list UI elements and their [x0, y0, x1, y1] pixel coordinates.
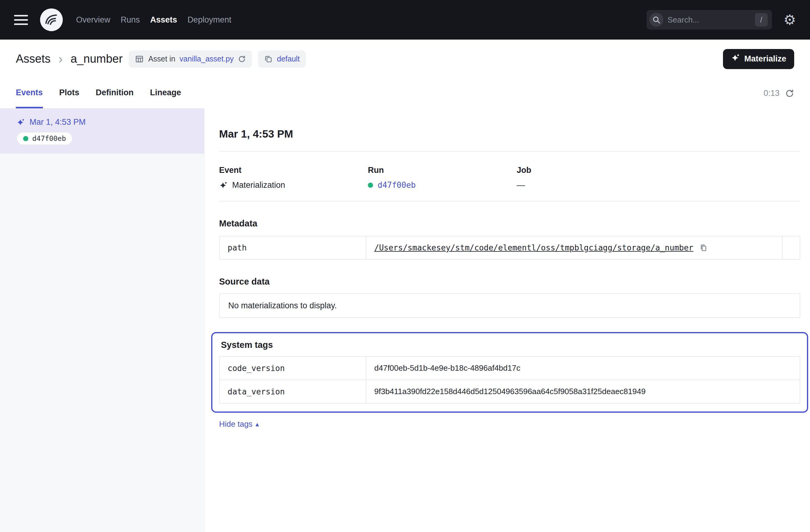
run-id-pill[interactable]: d47f00eb — [16, 132, 73, 145]
system-tags-section-highlighted: System tags code_version d47f00eb-5d1b-4… — [211, 332, 808, 413]
tab-events[interactable]: Events — [16, 78, 43, 108]
job-value: — — [517, 180, 665, 190]
table-grid-icon — [135, 54, 144, 64]
divider — [219, 201, 800, 201]
copy-icon[interactable] — [699, 244, 708, 252]
metadata-end-cell — [782, 236, 800, 259]
run-status-dot — [368, 182, 373, 188]
run-id-label: d47f00eb — [32, 134, 66, 142]
system-tags-table: code_version d47f00eb-5d1b-4e9e-b18c-489… — [219, 356, 800, 404]
materialization-sparkle-icon — [219, 181, 228, 190]
table-row: code_version d47f00eb-5d1b-4e9e-b18c-489… — [220, 356, 800, 380]
job-label: Job — [517, 165, 665, 175]
materialize-button[interactable]: Materialize — [723, 49, 794, 69]
tag-value-cell: d47f00eb-5d1b-4e9e-b18c-4896af4bd17c — [366, 356, 800, 380]
search-input[interactable] — [668, 15, 751, 25]
source-data-section: Source data No materializations to displ… — [219, 277, 800, 318]
event-item-header: Mar 1, 4:53 PM — [16, 117, 197, 127]
dagster-logo[interactable] — [39, 8, 63, 32]
materialize-button-label: Materialize — [744, 54, 786, 64]
nav-item-runs[interactable]: Runs — [121, 15, 140, 25]
source-data-heading: Source data — [219, 277, 800, 287]
settings-gear-icon[interactable]: ⚙ — [783, 13, 796, 27]
tag-key-cell: code_version — [220, 356, 366, 380]
refresh-status: 0:13 — [763, 88, 794, 98]
breadcrumb-asset-name: a_number — [70, 52, 123, 65]
metadata-heading: Metadata — [219, 219, 800, 229]
metadata-section: Metadata path /Users/smackesey/stm/code/… — [219, 219, 800, 260]
divider — [219, 151, 800, 151]
tab-lineage[interactable]: Lineage — [150, 78, 181, 108]
content-area: Mar 1, 4:53 PM d47f00eb Mar 1, 4:53 PM E… — [0, 108, 810, 532]
run-id-link[interactable]: d47f00eb — [378, 180, 416, 190]
event-timestamp: Mar 1, 4:53 PM — [30, 117, 86, 127]
asset-definition-pill[interactable]: Asset in vanilla_asset.py — [129, 50, 252, 68]
tab-definition[interactable]: Definition — [96, 78, 133, 108]
event-detail-panel: Mar 1, 4:53 PM Event Materialization Run — [205, 108, 810, 532]
metadata-key-cell: path — [220, 236, 366, 259]
event-label: Event — [219, 165, 368, 175]
refresh-timer: 0:13 — [763, 88, 780, 98]
table-row: path /Users/smackesey/stm/code/elementl/… — [220, 236, 800, 259]
hide-tags-label: Hide tags — [219, 419, 253, 429]
group-copies-icon — [264, 55, 273, 63]
reload-definition-icon[interactable] — [238, 55, 246, 63]
sparkle-icon — [731, 53, 740, 65]
refresh-icon[interactable] — [785, 89, 794, 98]
search-shortcut-badge: / — [755, 13, 768, 27]
nav-item-deployment[interactable]: Deployment — [188, 15, 231, 25]
asset-group-pill[interactable]: default — [258, 50, 306, 68]
chevron-up-icon: ▴ — [256, 421, 259, 428]
tab-plots[interactable]: Plots — [59, 78, 79, 108]
asset-file-link[interactable]: vanilla_asset.py — [179, 54, 234, 63]
asset-pill-prefix: Asset in — [148, 54, 175, 63]
event-detail-heading: Mar 1, 4:53 PM — [219, 128, 800, 140]
metadata-path-link[interactable]: /Users/smackesey/stm/code/elementl/oss/t… — [374, 243, 694, 252]
menu-icon[interactable] — [14, 15, 28, 25]
asset-group-link[interactable]: default — [277, 54, 300, 63]
asset-tabs: Events Plots Definition Lineage — [16, 78, 181, 108]
source-data-empty-message: No materializations to display. — [219, 293, 800, 318]
metadata-table: path /Users/smackesey/stm/code/elementl/… — [219, 236, 800, 260]
table-row: data_version 9f3b411a390fd22e158d446d5d1… — [220, 380, 800, 403]
breadcrumb-assets-link[interactable]: Assets — [16, 52, 50, 65]
event-info-grid: Event Materialization Run d47f00eb — [219, 165, 800, 190]
materialization-sparkle-icon — [16, 118, 25, 127]
primary-nav: Overview Runs Assets Deployment — [76, 15, 231, 25]
asset-tabs-bar: Events Plots Definition Lineage 0:13 — [0, 78, 810, 108]
nav-item-assets[interactable]: Assets — [150, 15, 177, 25]
job-column: Job — — [517, 165, 665, 190]
asset-header: Assets › a_number Asset in vanilla_asset… — [0, 39, 810, 78]
event-type-value: Materialization — [232, 180, 285, 190]
breadcrumb-chevron-icon: › — [59, 53, 63, 65]
search-icon — [649, 13, 663, 27]
event-list-item-selected[interactable]: Mar 1, 4:53 PM d47f00eb — [0, 108, 204, 154]
tag-key-cell: data_version — [220, 380, 366, 403]
nav-item-overview[interactable]: Overview — [76, 15, 111, 25]
system-tags-heading: System tags — [221, 340, 800, 350]
run-label: Run — [368, 165, 517, 175]
global-search[interactable]: / — [647, 10, 772, 30]
run-status-dot — [23, 136, 28, 141]
metadata-value-cell: /Users/smackesey/stm/code/elementl/oss/t… — [366, 236, 782, 259]
hide-tags-link[interactable]: Hide tags ▴ — [219, 419, 259, 429]
run-column: Run d47f00eb — [368, 165, 517, 190]
events-sidebar: Mar 1, 4:53 PM d47f00eb — [0, 108, 205, 532]
event-column: Event Materialization — [219, 165, 368, 190]
tag-value-cell: 9f3b411a390fd22e158d446d5d12504963596aa6… — [366, 380, 800, 403]
top-navigation-bar: Overview Runs Assets Deployment / ⚙ — [0, 0, 810, 39]
